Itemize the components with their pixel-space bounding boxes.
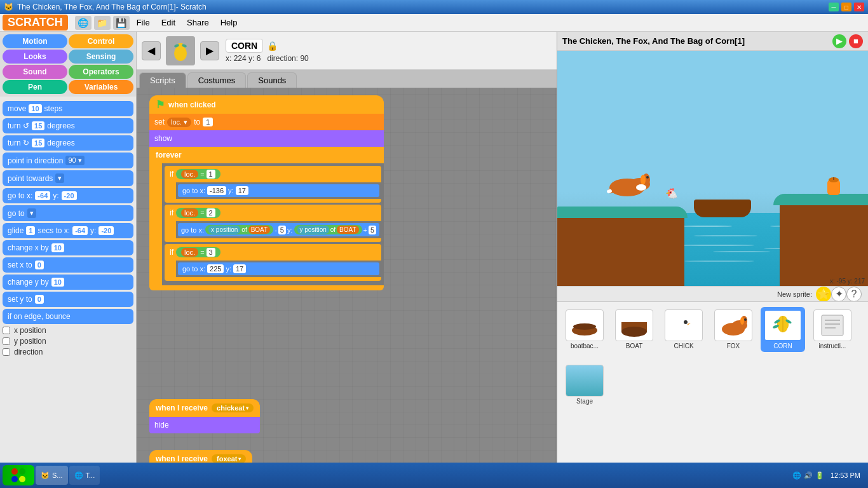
block-move-steps[interactable]: move 10 steps <box>3 101 133 116</box>
block-go-to-xy[interactable]: go to x: -64 y: -20 <box>3 188 133 203</box>
stage-card[interactable]: Stage <box>562 362 607 407</box>
sprite-label-instructi: instructi... <box>819 342 846 349</box>
svg-rect-35 <box>822 315 843 336</box>
close-button[interactable]: ✕ <box>854 3 864 11</box>
save-icon[interactable]: 💾 <box>113 16 130 30</box>
category-motion[interactable]: Motion <box>3 34 67 48</box>
stage-boat <box>694 200 751 217</box>
add-sprite-file-button[interactable]: ✦ <box>831 287 846 302</box>
goto-xy-block3[interactable]: go to x: 225 y: 17 <box>178 262 379 275</box>
sprite-card-corn[interactable]: CORN <box>761 307 805 352</box>
tab-scripts[interactable]: Scripts <box>139 72 186 88</box>
block-go-to[interactable]: go to ▾ <box>3 205 133 221</box>
maximize-button[interactable]: □ <box>841 3 851 11</box>
stage-fox <box>602 168 653 203</box>
when-receive-chickeat[interactable]: when I receive chickeat ▾ <box>149 399 260 417</box>
category-sound[interactable]: Sound <box>3 65 67 79</box>
block-glide[interactable]: glide 1 secs to x: -64 y: -20 <box>3 223 133 238</box>
green-flag-button[interactable]: ▶ <box>832 34 846 48</box>
tab-sounds[interactable]: Sounds <box>247 72 297 88</box>
block-turn-ccw[interactable]: turn ↺ 15 degrees <box>3 118 133 133</box>
forever-block[interactable]: forever if loc. = 1 go to x: -136 y: <box>149 147 384 290</box>
category-operators[interactable]: Operators <box>69 65 133 79</box>
block-point-direction[interactable]: point in direction 90 ▾ <box>3 152 133 168</box>
if-loc2-block[interactable]: if loc. = 2 go to x: x position of BOAT … <box>165 205 381 242</box>
blocks-panel: Motion Control Looks Sensing Sound Opera… <box>0 32 137 488</box>
block-change-y[interactable]: change y by 10 <box>3 274 133 290</box>
svg-point-22 <box>684 320 688 324</box>
category-pen[interactable]: Pen <box>3 80 67 94</box>
hide-block-chickeat[interactable]: hide <box>149 417 260 433</box>
set-loc-block[interactable]: set loc. ▾ to 1 <box>149 114 384 130</box>
sprite-card-chick[interactable]: CHICK <box>661 307 706 352</box>
start-button[interactable] <box>3 465 34 485</box>
if-loc1-block[interactable]: if loc. = 1 go to x: -136 y: 17 <box>165 166 381 203</box>
sprite-label-fox: FOX <box>727 342 740 349</box>
taskbar-item-t[interactable]: 🌐 T... <box>69 466 100 485</box>
category-variables[interactable]: Variables <box>69 80 133 94</box>
block-direction-check[interactable] <box>3 348 10 356</box>
block-x-position-check[interactable] <box>3 327 10 334</box>
block-turn-cw[interactable]: turn ↻ 15 degrees <box>3 135 133 151</box>
menu-edit[interactable]: Edit <box>156 17 180 29</box>
block-point-towards[interactable]: point towards ▾ <box>3 170 133 186</box>
sprite-nav-prev[interactable]: ◀ <box>142 41 161 60</box>
stage-controls: ▶ ■ <box>832 34 863 48</box>
main-layout: Motion Control Looks Sensing Sound Opera… <box>0 32 868 488</box>
category-looks[interactable]: Looks <box>3 50 67 64</box>
sprite-card-boatbac[interactable]: boatbac... <box>562 307 607 352</box>
menu-share[interactable]: Share <box>182 17 214 29</box>
block-direction-row: direction <box>3 348 133 356</box>
sprite-nav-next[interactable]: ▶ <box>200 41 219 60</box>
menu-help[interactable]: Help <box>215 17 243 29</box>
svg-point-39 <box>10 466 27 484</box>
add-sprite-random-button[interactable]: ? <box>846 287 862 302</box>
lock-icon: 🔒 <box>267 41 278 51</box>
show-block[interactable]: show <box>149 130 384 147</box>
block-if-edge[interactable]: if on edge, bounce <box>3 309 133 324</box>
sprite-name-row: CORN 🔒 <box>226 39 309 53</box>
sprite-label-corn: CORN <box>773 342 792 349</box>
goto-xy-block1[interactable]: go to x: -136 y: 17 <box>178 184 379 197</box>
stage-info: New sprite: ⭐ ✦ ? <box>557 286 868 301</box>
sprite-card-instructi[interactable]: instructi... <box>810 307 855 352</box>
category-control[interactable]: Control <box>69 34 133 48</box>
when-green-flag-block[interactable]: ⚑ when clicked <box>149 95 384 114</box>
minimize-button[interactable]: ─ <box>829 3 839 11</box>
stage-corn-bag <box>824 175 843 200</box>
goto-xy-expr-block[interactable]: go to x: x position of BOAT - 5 y: y pos… <box>178 223 379 236</box>
sprite-thumb-chick <box>665 309 703 341</box>
block-y-position-label: y position <box>14 337 46 346</box>
globe-icon[interactable]: 🌐 <box>75 16 92 30</box>
stage-title: The Chicken, The Fox, And The Bag of Cor… <box>562 36 745 46</box>
stop-button[interactable]: ■ <box>849 34 863 48</box>
network-icon: 🌐 <box>792 471 801 480</box>
stage-water <box>675 213 786 286</box>
tab-costumes[interactable]: Costumes <box>187 72 247 88</box>
category-sensing[interactable]: Sensing <box>69 50 133 64</box>
stage-coords: x: -95 y: 217 <box>830 278 865 285</box>
script-main: ⚑ when clicked set loc. ▾ to 1 show fore… <box>149 95 384 290</box>
taskbar-scratch[interactable]: 🐱 S... <box>36 466 68 485</box>
right-panel: The Chicken, The Fox, And The Bag of Cor… <box>557 32 868 488</box>
sprite-name: CORN <box>226 39 263 53</box>
stage-grass-right <box>773 194 868 205</box>
stage-canvas: 🐔 x: -95 y: 217 <box>557 51 868 286</box>
sprite-card-fox[interactable]: FOX <box>711 307 756 352</box>
titlebar-left: 🐱 The Chicken, The Fox, And The Bag of C… <box>4 3 207 11</box>
menu-file[interactable]: File <box>132 17 155 29</box>
block-change-x[interactable]: change x by 10 <box>3 240 133 255</box>
svg-point-8 <box>636 184 646 191</box>
add-sprite-paint-button[interactable]: ⭐ <box>816 287 831 302</box>
block-set-y[interactable]: set y to 0 <box>3 292 133 307</box>
sprite-thumb-corn <box>764 309 802 341</box>
svg-point-28 <box>744 318 747 321</box>
taskbar-t-icon: 🌐 <box>74 471 83 480</box>
if-loc3-block[interactable]: if loc. = 3 go to x: 225 y: 17 <box>165 244 381 281</box>
blocks-list: move 10 steps turn ↺ 15 degrees turn ↻ 1… <box>0 97 136 488</box>
sprite-card-boat[interactable]: BOAT <box>612 307 656 352</box>
block-set-x[interactable]: set x to 0 <box>3 257 133 273</box>
scripts-area[interactable]: ⚑ when clicked set loc. ▾ to 1 show fore… <box>137 88 557 488</box>
block-y-position-check[interactable] <box>3 337 10 345</box>
folder-icon[interactable]: 📁 <box>94 16 111 30</box>
